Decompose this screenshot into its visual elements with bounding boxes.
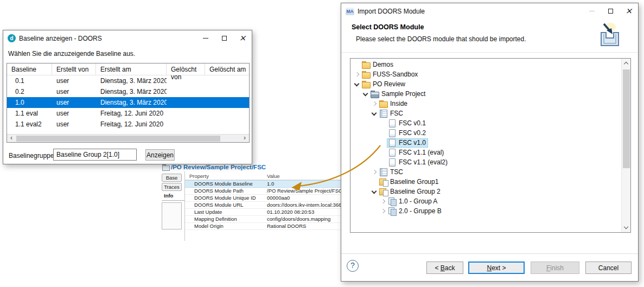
- tree-item-inside[interactable]: Inside: [350, 99, 621, 109]
- baseline-table-row[interactable]: 1.1 evaluserFreitag, 12. Juni 2020: [7, 108, 249, 119]
- tree-item-baseline-group1[interactable]: Baseline Group1: [350, 177, 621, 187]
- property-name: DOORS Module URL: [185, 202, 264, 208]
- cell-geloescht_von: [167, 97, 205, 108]
- property-value: Rational DOORS: [264, 223, 341, 229]
- tab-base[interactable]: Base: [162, 174, 182, 182]
- dialog-titlebar[interactable]: d Baseline anzeigen - DOORS ×: [3, 30, 252, 46]
- anzeigen-button[interactable]: Anzeigen: [145, 149, 175, 161]
- scroll-left-arrow-icon[interactable]: ‹: [7, 135, 16, 142]
- properties-breadcrumb-bar: /PO Review/Sample Project/FSC: [161, 163, 341, 171]
- property-row[interactable]: Last Update01.10.2020 08:20:53: [185, 209, 341, 216]
- tree-item-2-0-gruppe-b[interactable]: 2.0 - Gruppe B: [350, 206, 621, 216]
- column-header-erstellt-am: Erstellt am: [96, 63, 167, 75]
- maximize-button[interactable]: [215, 30, 233, 46]
- property-name: Model Origin: [185, 223, 264, 229]
- tree-item-label: 2.0 - Gruppe B: [399, 207, 442, 215]
- property-row[interactable]: DOORS Module URLdoors://doors.ikv-intern…: [185, 202, 341, 209]
- tree-item-label: FSC v0.1: [399, 119, 426, 127]
- chevron-down-icon[interactable]: [370, 188, 378, 196]
- wizard-titlebar[interactable]: MA Import DOORS Module ×: [341, 3, 638, 19]
- property-row[interactable]: DOORS Module Baseline1.0: [185, 180, 341, 188]
- baseline-table-row[interactable]: 0.1userDienstag, 3. März 2020: [7, 75, 249, 86]
- tree-item-tsc[interactable]: TSC: [350, 167, 621, 177]
- minimize-button[interactable]: [196, 30, 215, 46]
- column-header-property: Property: [185, 171, 264, 180]
- cell-geloescht_am: [205, 97, 249, 108]
- close-button[interactable]: ×: [620, 3, 638, 19]
- tree-item-selection: Baseline Group 2: [378, 187, 443, 196]
- property-row[interactable]: DOORS Module Path/PO Review/Sample Proje…: [185, 188, 341, 195]
- expander-placeholder: [379, 139, 387, 147]
- chevron-right-icon[interactable]: [379, 197, 387, 206]
- tree-item-label: Baseline Group1: [390, 178, 438, 186]
- cell-erstellt_von: user: [52, 86, 96, 97]
- minimize-button[interactable]: [583, 3, 601, 19]
- column-header-geloescht-von: Gelöscht von: [167, 63, 205, 75]
- doc-icon: [388, 149, 396, 156]
- scroll-down-arrow-icon[interactable]: [622, 223, 631, 232]
- tree-item-fsc-v1-1-eval-[interactable]: FSC v1.1 (eval): [350, 148, 621, 157]
- next-button[interactable]: Next >: [468, 262, 525, 274]
- chevron-down-icon[interactable]: [370, 110, 378, 118]
- tab-info[interactable]: Info: [162, 192, 182, 199]
- tree-item-sample-project[interactable]: Sample Project: [350, 89, 621, 99]
- chevron-right-icon[interactable]: [353, 71, 361, 79]
- tab-traces[interactable]: Traces: [162, 183, 182, 191]
- close-button[interactable]: ×: [233, 30, 252, 46]
- maximize-button[interactable]: [601, 3, 620, 19]
- dialog-title: Baseline anzeigen - DOORS: [19, 35, 102, 42]
- tree-item-fsc-v0-1[interactable]: FSC v0.1: [350, 118, 621, 128]
- active-tab-underline: [162, 200, 184, 201]
- cell-geloescht_am: [205, 119, 249, 130]
- cell-erstellt_von: user: [52, 75, 96, 86]
- chevron-down-icon[interactable]: [361, 90, 369, 98]
- tree-item-selection: TSC: [378, 168, 405, 177]
- chevron-down-icon[interactable]: [353, 80, 361, 88]
- chevron-right-icon[interactable]: [370, 168, 378, 176]
- chevron-right-icon[interactable]: [379, 207, 387, 215]
- cell-geloescht_von: [167, 119, 205, 130]
- baseline-table-row[interactable]: 1.1 eval2userFreitag, 12. Juni 2020: [7, 119, 249, 130]
- property-row[interactable]: Model OriginRational DOORS: [185, 223, 341, 230]
- cancel-button[interactable]: Cancel: [585, 262, 632, 274]
- tree-item-fsc-v0-2[interactable]: FSC v0.2: [350, 128, 621, 138]
- baseline-table-row[interactable]: 0.2userDienstag, 3. März 2020: [7, 86, 249, 97]
- scroll-right-arrow-icon[interactable]: ›: [240, 135, 249, 142]
- pages-icon: [388, 197, 396, 205]
- pages-icon: [388, 207, 396, 215]
- tree-item-selection: FSC: [378, 109, 405, 118]
- tree-item-fuss-sandbox[interactable]: FUSS-Sandbox: [350, 69, 621, 79]
- tree-item-baseline-group-2[interactable]: Baseline Group 2: [350, 187, 621, 196]
- empty-tab-slot: [162, 202, 182, 229]
- tree-item-label: PO Review: [373, 80, 405, 88]
- property-row[interactable]: Mapping Definitionconfig/doors/doors.map…: [185, 216, 341, 223]
- property-name: DOORS Module Path: [185, 188, 264, 194]
- scrollbar-thumb[interactable]: [623, 69, 630, 168]
- tree-item-1-0-group-a[interactable]: 1.0 - Group A: [350, 196, 621, 206]
- doc-icon: [388, 139, 396, 146]
- tree-item-fsc[interactable]: FSC: [350, 109, 621, 118]
- back-button[interactable]: < Back: [426, 262, 463, 274]
- property-value: 1.0: [264, 181, 341, 187]
- tree-item-po-review[interactable]: PO Review: [350, 79, 621, 89]
- baselinegruppe-input[interactable]: [53, 149, 137, 161]
- scrollbar-thumb[interactable]: [16, 136, 220, 142]
- module-icon: [379, 110, 387, 117]
- help-button[interactable]: ?: [347, 260, 359, 272]
- cell-erstellt_am: Dienstag, 3. März 2020: [96, 97, 167, 108]
- tree-item-fsc-v1-0[interactable]: FSC v1.0: [350, 138, 621, 148]
- scroll-up-arrow-icon[interactable]: [622, 59, 631, 68]
- property-row[interactable]: DOORS Module Unique ID00000aa0: [185, 195, 341, 202]
- baseline-table-row[interactable]: 1.0userDienstag, 3. März 2020: [7, 97, 249, 108]
- tree-item-fsc-v1-1-eval2-[interactable]: FSC v1.1 (eval2): [350, 157, 621, 167]
- property-value: config/doors/doors.mapping: [264, 216, 341, 222]
- cell-erstellt_am: Freitag, 12. Juni 2020: [96, 108, 167, 119]
- footer-separator: [341, 253, 638, 254]
- vertical-scrollbar[interactable]: [621, 59, 630, 232]
- tree-item-demos[interactable]: Demos: [350, 60, 621, 69]
- import-banner-icon: [597, 21, 624, 50]
- import-wizard-window: MA Import DOORS Module × Select DOORS Mo…: [341, 3, 639, 282]
- chevron-right-icon[interactable]: [370, 100, 378, 108]
- finish-button[interactable]: Finish: [531, 262, 579, 274]
- horizontal-scrollbar[interactable]: ‹ ›: [7, 134, 249, 142]
